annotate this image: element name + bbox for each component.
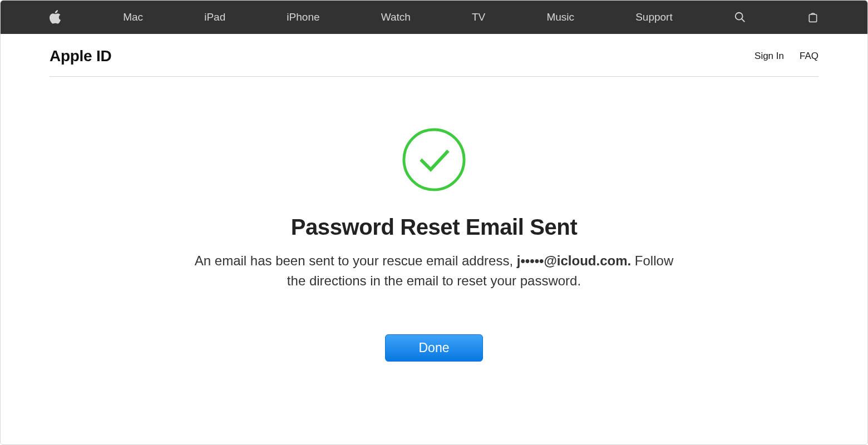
bag-icon[interactable] bbox=[807, 11, 818, 23]
main-content: Password Reset Email Sent An email has b… bbox=[1, 77, 867, 362]
nav-item-support[interactable]: Support bbox=[635, 11, 673, 23]
body-prefix: An email has been sent to your rescue em… bbox=[195, 253, 517, 268]
apple-logo-icon[interactable] bbox=[50, 10, 62, 24]
faq-link[interactable]: FAQ bbox=[800, 51, 818, 62]
svg-point-3 bbox=[404, 130, 464, 190]
sub-header: Apple ID Sign In FAQ bbox=[1, 34, 867, 77]
checkmark-circle-icon bbox=[401, 127, 467, 192]
svg-point-0 bbox=[736, 13, 743, 20]
nav-item-ipad[interactable]: iPad bbox=[204, 11, 225, 23]
global-nav: Mac iPad iPhone Watch TV Music Support bbox=[1, 1, 867, 34]
nav-item-watch[interactable]: Watch bbox=[381, 11, 411, 23]
confirmation-heading: Password Reset Email Sent bbox=[291, 215, 578, 240]
nav-item-mac[interactable]: Mac bbox=[123, 11, 143, 23]
svg-rect-2 bbox=[809, 14, 816, 22]
masked-email: j•••••@icloud.com. bbox=[517, 253, 631, 268]
nav-item-iphone[interactable]: iPhone bbox=[287, 11, 319, 23]
sign-in-link[interactable]: Sign In bbox=[754, 51, 784, 62]
sub-header-links: Sign In FAQ bbox=[754, 51, 818, 62]
confirmation-body: An email has been sent to your rescue em… bbox=[189, 251, 679, 291]
search-icon[interactable] bbox=[734, 11, 746, 23]
page-title: Apple ID bbox=[50, 47, 111, 65]
svg-line-1 bbox=[742, 19, 745, 22]
nav-item-music[interactable]: Music bbox=[546, 11, 574, 23]
done-button[interactable]: Done bbox=[385, 334, 484, 362]
nav-item-tv[interactable]: TV bbox=[472, 11, 485, 23]
